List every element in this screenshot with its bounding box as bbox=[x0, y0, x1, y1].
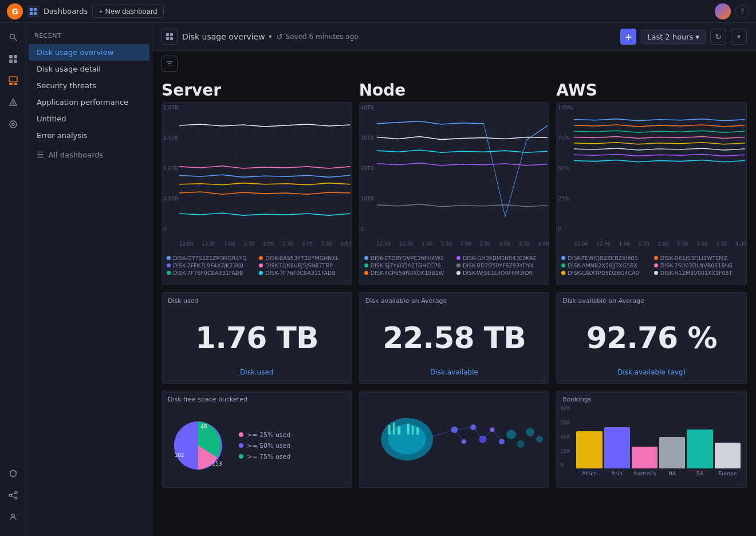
pie-dot-50 bbox=[239, 443, 243, 448]
sidebar-item-error-analysis[interactable]: Error analysis bbox=[29, 127, 149, 144]
pie-legend-item-75: >= 75% used bbox=[239, 453, 290, 460]
apps-sidebar-btn[interactable] bbox=[3, 49, 23, 69]
svg-point-51 bbox=[499, 439, 505, 444]
sidebar-item-disk-usage-detail[interactable]: Disk usage detail bbox=[29, 61, 149, 77]
sidebar-item-untitled[interactable]: Untitled bbox=[29, 111, 149, 127]
bookings-yaxis: 60K50K40K20K0 bbox=[560, 405, 570, 468]
filter-row bbox=[152, 51, 756, 76]
pie-legend-item-25: >= 25% used bbox=[239, 431, 290, 439]
disk-available-value: 22.58 TB bbox=[360, 307, 549, 368]
server-chart-legend: DISK-OT7S3Z1ZP3MGR4YQ DISK-BAS53Y73UYMGH… bbox=[162, 251, 352, 279]
network-illustration-panel: ⟋ bbox=[359, 391, 550, 488]
filter-button[interactable] bbox=[162, 56, 178, 72]
svg-point-15 bbox=[10, 121, 17, 128]
svg-rect-31 bbox=[377, 105, 548, 234]
layout-toggle-button[interactable] bbox=[162, 29, 178, 45]
node-chart-legend: DISK-ETDBYGVPC36PH4W0 DISK-GH3XBM0H843E0… bbox=[360, 251, 549, 279]
sidebar-item-disk-usage-overview[interactable]: Disk usage overview bbox=[29, 44, 149, 61]
svg-rect-41 bbox=[393, 423, 395, 435]
pie-inner: 48 153 102 >= 25% used >= 50% used bbox=[162, 405, 352, 486]
svg-rect-8 bbox=[9, 60, 13, 63]
svg-point-58 bbox=[506, 429, 516, 439]
pie-panel-title: Disk free space bucketed bbox=[162, 391, 352, 405]
panel-resize-handle[interactable]: ⟋ bbox=[345, 480, 351, 486]
connections-sidebar-btn[interactable] bbox=[3, 486, 23, 505]
network-svg bbox=[360, 402, 549, 476]
search-sidebar-btn[interactable] bbox=[3, 27, 23, 47]
node-chart-xaxis: 12:0012:301:001:302:002:303:003:304:00 bbox=[377, 241, 549, 247]
time-range-picker[interactable]: Last 2 hours ▾ bbox=[641, 30, 706, 44]
svg-rect-43 bbox=[407, 424, 409, 435]
sidebar-item-label: Disk usage detail bbox=[37, 65, 101, 73]
sidebar-item-application-performance[interactable]: Application performance bbox=[29, 94, 149, 111]
node-chart-panel: 40TB30TB20TB10TB0 bbox=[359, 102, 550, 285]
node-chart-yaxis: 40TB30TB20TB10TB0 bbox=[360, 103, 375, 234]
svg-rect-25 bbox=[166, 37, 169, 40]
pie-legend: >= 25% used >= 50% used >= 75% used bbox=[239, 431, 290, 460]
pie-legend-item-50: >= 50% used bbox=[239, 442, 290, 450]
add-panel-button[interactable]: + bbox=[620, 29, 636, 45]
more-options-button[interactable]: ▾ bbox=[731, 29, 747, 45]
disk-available-label: Disk.available bbox=[360, 368, 549, 383]
dashboards-nav-label[interactable]: Dashboards bbox=[44, 7, 88, 15]
dashboards-sidebar-btn[interactable] bbox=[3, 71, 23, 90]
sidebar-item-label: Error analysis bbox=[37, 131, 87, 140]
svg-rect-45 bbox=[416, 427, 419, 434]
admin-sidebar-btn[interactable] bbox=[3, 507, 23, 527]
panel-resize-handle[interactable]: ⟋ bbox=[542, 480, 548, 486]
svg-text:48: 48 bbox=[200, 424, 207, 429]
alerting-sidebar-btn[interactable] bbox=[3, 93, 23, 112]
pie-chart-area: 48 153 102 bbox=[167, 414, 230, 477]
dashboards-icon bbox=[27, 6, 39, 17]
svg-line-20 bbox=[11, 493, 15, 495]
refresh-button[interactable]: ↻ bbox=[710, 29, 726, 45]
svg-point-59 bbox=[517, 440, 524, 448]
main-layout: Recent Disk usage overview Disk usage de… bbox=[0, 23, 756, 536]
dashboard-title-area[interactable]: Disk usage overview ▾ bbox=[182, 32, 272, 41]
panel-resize-handle[interactable]: ⟋ bbox=[542, 376, 548, 382]
svg-point-47 bbox=[461, 439, 466, 444]
panel-resize-handle[interactable]: ⟋ bbox=[345, 376, 351, 382]
disk-available-stat-panel: Disk available on Average 22.58 TB Disk.… bbox=[359, 292, 550, 384]
panel-resize-handle[interactable]: ⟋ bbox=[739, 277, 745, 283]
user-avatar[interactable] bbox=[715, 3, 731, 19]
svg-point-60 bbox=[526, 428, 534, 436]
svg-rect-3 bbox=[34, 12, 37, 15]
svg-rect-32 bbox=[574, 105, 745, 234]
dashboard-toolbar: Disk usage overview ▾ ↺ Saved 6 minutes … bbox=[152, 23, 756, 51]
new-dashboard-button[interactable]: + New dashboard bbox=[92, 5, 163, 18]
panel-resize-handle[interactable]: ⟋ bbox=[739, 480, 745, 486]
bar-africa-fill bbox=[576, 431, 602, 468]
shield-sidebar-btn[interactable] bbox=[3, 464, 23, 483]
server-chart-yaxis: 2.0TB1.5TB1.0TB0.5TB0 bbox=[162, 103, 179, 234]
panel-resize-handle[interactable]: ⟋ bbox=[542, 277, 548, 283]
server-chart-svg-area bbox=[179, 105, 351, 234]
disk-used-title: Disk used bbox=[162, 293, 352, 307]
server-chart-xaxis: 12:0012:301:001:302:002:303:003:304:00 bbox=[179, 241, 352, 247]
help-button[interactable]: ? bbox=[735, 5, 749, 18]
bar-asia-fill bbox=[604, 427, 630, 468]
svg-rect-6 bbox=[9, 55, 13, 58]
title-chevron-icon: ▾ bbox=[269, 33, 272, 41]
svg-rect-26 bbox=[170, 37, 173, 40]
pie-chart-panel: Disk free space bucketed bbox=[162, 391, 352, 488]
aws-section-header: AWS bbox=[556, 76, 747, 102]
time-label: Last 2 hours bbox=[647, 33, 693, 41]
aws-chart-svg-area bbox=[574, 105, 745, 234]
explore-sidebar-btn[interactable] bbox=[3, 115, 23, 134]
disk-used-label: Disk.used bbox=[162, 368, 352, 383]
disk-available-avg-stat-panel: Disk available on Average 92.76 % Disk.a… bbox=[556, 292, 747, 384]
svg-point-17 bbox=[9, 494, 11, 496]
svg-point-19 bbox=[15, 497, 17, 499]
sidebar-item-security-threats[interactable]: Security threats bbox=[29, 77, 149, 94]
disk-used-value: 1.76 TB bbox=[162, 307, 352, 368]
panel-resize-handle[interactable]: ⟋ bbox=[739, 376, 745, 382]
disk-available-avg-value: 92.76 % bbox=[557, 307, 746, 368]
bookings-chart: 60K50K40K20K0 Africa Asia bbox=[557, 405, 746, 480]
all-dashboards-link[interactable]: ☰ All dashboards bbox=[29, 146, 149, 163]
app-logo: G bbox=[7, 3, 23, 19]
disk-available-avg-label: Disk.available (avg) bbox=[557, 368, 746, 383]
sidebar-item-label: Security threats bbox=[37, 81, 96, 90]
panel-resize-handle[interactable]: ⟋ bbox=[345, 277, 351, 283]
svg-point-14 bbox=[13, 104, 13, 105]
